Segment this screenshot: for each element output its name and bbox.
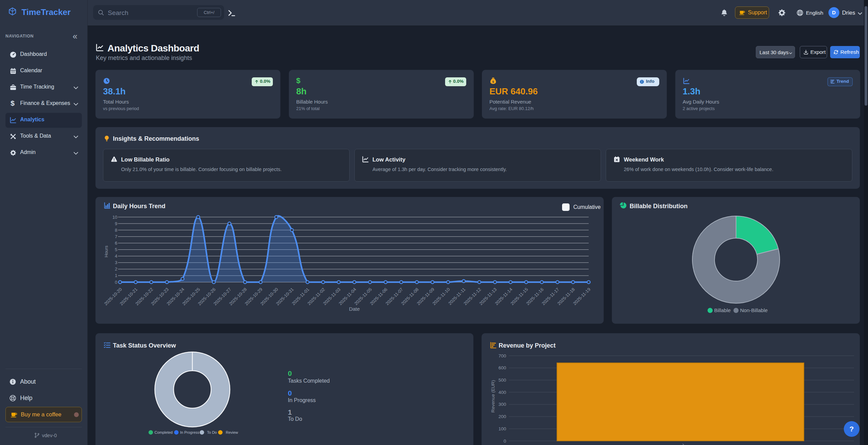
svg-text:Non-Billable: Non-Billable (740, 307, 768, 313)
svg-text:0: 0 (288, 369, 292, 377)
svg-text:Completed: Completed (155, 430, 173, 434)
svg-text:200: 200 (498, 414, 506, 419)
svg-text:Revenue (EUR): Revenue (EUR) (490, 380, 496, 412)
svg-text:In Progress: In Progress (180, 430, 200, 434)
svg-text:7: 7 (115, 234, 117, 239)
svg-text:6: 6 (115, 241, 117, 246)
svg-text:$: $ (492, 80, 494, 83)
svg-text:500: 500 (498, 378, 506, 383)
svg-text:0: 0 (503, 439, 506, 444)
svg-text:100: 100 (498, 426, 506, 431)
svg-text:2: 2 (115, 266, 117, 272)
svg-text:To Do: To Do (207, 430, 217, 434)
svg-text:In Progress: In Progress (288, 397, 316, 403)
svg-text:5: 5 (115, 247, 117, 252)
svg-text:Review: Review (226, 430, 238, 434)
svg-text:600: 600 (498, 365, 506, 370)
svg-text:Billable: Billable (714, 307, 731, 313)
svg-text:To Do: To Do (288, 416, 302, 422)
svg-text:Tasks Completed: Tasks Completed (288, 378, 330, 384)
svg-text:3: 3 (115, 260, 117, 265)
svg-text:1: 1 (115, 273, 117, 278)
svg-text:400: 400 (498, 390, 506, 395)
svg-text:0: 0 (115, 280, 117, 285)
svg-text:8: 8 (115, 228, 117, 233)
svg-text:Date: Date (349, 306, 360, 312)
svg-text:4: 4 (115, 254, 117, 259)
svg-text:700: 700 (498, 353, 506, 358)
svg-text:9: 9 (115, 221, 117, 226)
svg-text:Hours: Hours (104, 245, 109, 257)
svg-text:0: 0 (288, 389, 292, 397)
svg-text:General: General (671, 443, 686, 445)
svg-text:300: 300 (498, 402, 506, 407)
svg-text:1: 1 (288, 408, 292, 416)
svg-text:10: 10 (113, 215, 117, 220)
